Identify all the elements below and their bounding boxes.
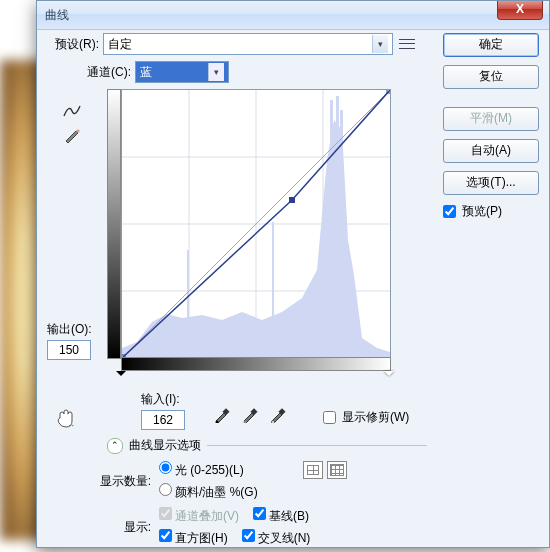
svg-rect-7 [336, 96, 339, 358]
svg-point-21 [272, 421, 275, 424]
eyedropper-white-icon[interactable] [269, 405, 291, 425]
on-image-adjust-icon[interactable]: ↔ [55, 409, 79, 432]
checkbox-intersection[interactable]: 交叉线(N) [242, 529, 311, 547]
input-label: 输入(I): [141, 391, 185, 408]
grid-fine-button[interactable] [327, 461, 347, 479]
display-label: 显示: [91, 519, 151, 536]
curves-graph[interactable] [121, 89, 389, 357]
checkbox-overlay[interactable]: 通道叠加(V) [159, 507, 239, 525]
options-button[interactable]: 选项(T)... [443, 171, 539, 195]
disclosure-toggle-icon[interactable]: ⌃ [107, 438, 123, 454]
svg-rect-9 [187, 250, 189, 358]
preset-menu-icon[interactable] [399, 37, 415, 51]
output-field[interactable]: 150 [47, 340, 91, 360]
titlebar[interactable]: 曲线 X [37, 1, 549, 30]
smooth-button[interactable]: 平滑(M) [443, 107, 539, 131]
svg-rect-13 [289, 197, 295, 203]
auto-button[interactable]: 自动(A) [443, 139, 539, 163]
preset-label: 预设(R): [55, 36, 99, 53]
reset-button[interactable]: 复位 [443, 65, 539, 89]
close-button[interactable]: X [497, 1, 543, 20]
channel-label: 通道(C): [87, 64, 131, 81]
window-title: 曲线 [45, 7, 69, 24]
channel-combo[interactable]: 蓝 ▾ [135, 61, 229, 83]
chevron-down-icon: ▾ [372, 35, 388, 53]
checkbox-baseline[interactable]: 基线(B) [253, 507, 309, 525]
eyedropper-black-icon[interactable] [213, 405, 235, 425]
output-gradient [107, 89, 121, 359]
channel-value: 蓝 [140, 64, 152, 81]
ok-button[interactable]: 确定 [443, 33, 539, 57]
black-point-slider[interactable] [116, 371, 126, 381]
pencil-tool-icon[interactable] [61, 125, 83, 145]
input-field[interactable]: 162 [141, 410, 185, 430]
input-gradient [121, 357, 391, 371]
svg-rect-10 [272, 222, 274, 358]
disclosure-label: 曲线显示选项 [129, 437, 201, 454]
white-point-slider[interactable] [384, 371, 394, 381]
checkbox-histogram[interactable]: 直方图(H) [159, 529, 228, 547]
curves-dialog: 曲线 X 预设(R): 自定 ▾ 通道(C): 蓝 ▾ [36, 0, 550, 548]
svg-rect-8 [340, 110, 343, 358]
svg-rect-6 [330, 100, 333, 358]
output-label: 输出(O): [47, 321, 107, 338]
display-amount-label: 显示数量: [91, 473, 151, 490]
preview-checkbox[interactable]: 预览(P) [443, 203, 543, 220]
preset-value: 自定 [108, 36, 132, 53]
preset-combo[interactable]: 自定 ▾ [103, 33, 393, 55]
chevron-down-icon: ▾ [208, 63, 224, 81]
svg-text:↔: ↔ [67, 421, 75, 429]
grid-coarse-button[interactable] [303, 461, 323, 479]
radio-pigment[interactable]: 颜料/油墨 %(G) [159, 483, 258, 501]
eyedropper-gray-icon[interactable] [241, 405, 263, 425]
show-clipping-checkbox[interactable]: 显示修剪(W) [323, 409, 409, 426]
curve-tool-icon[interactable] [61, 101, 83, 121]
radio-light[interactable]: 光 (0-255)(L) [159, 461, 258, 479]
